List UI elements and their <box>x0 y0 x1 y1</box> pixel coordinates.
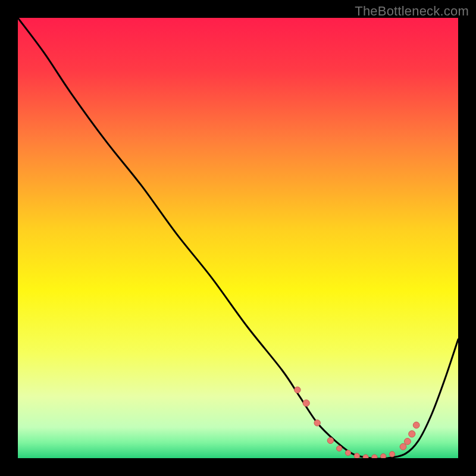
highlight-dot <box>389 452 394 457</box>
highlight-dot <box>372 455 377 458</box>
highlight-dot <box>314 420 320 426</box>
bottleneck-chart <box>18 18 458 458</box>
highlight-dot <box>405 438 411 444</box>
highlight-dot <box>413 422 419 428</box>
gradient-background <box>18 18 458 458</box>
highlight-dot <box>400 443 406 450</box>
highlight-dot <box>337 446 342 451</box>
highlight-dot <box>363 455 368 458</box>
highlight-dot <box>303 400 309 406</box>
attribution-label: TheBottleneck.com <box>355 4 469 19</box>
highlight-dot <box>327 437 333 443</box>
highlight-dot <box>409 431 415 437</box>
highlight-dot <box>354 453 359 458</box>
highlight-dot <box>295 387 300 393</box>
chart-frame: TheBottleneck.com <box>0 0 476 476</box>
highlight-dot <box>381 453 386 458</box>
highlight-dot <box>345 450 350 456</box>
